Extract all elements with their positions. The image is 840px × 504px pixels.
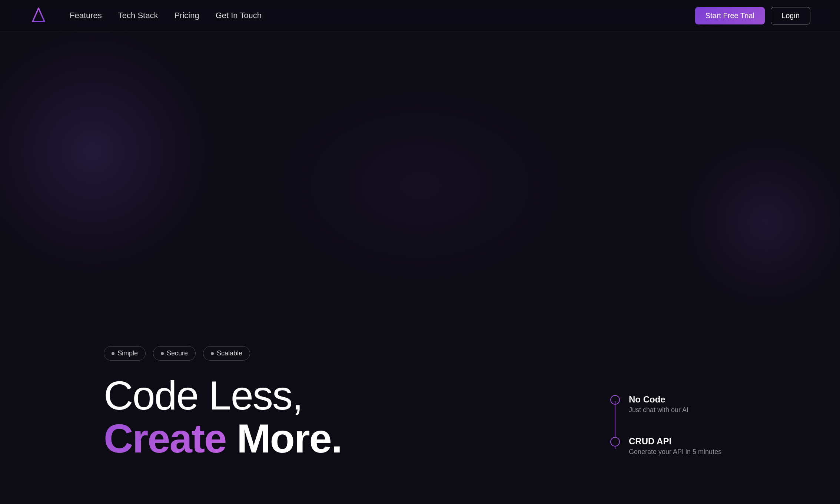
- hero-content: Simple Secure Scalable Code Less, Create…: [0, 346, 840, 460]
- badge-simple-label: Simple: [117, 349, 138, 357]
- hero-left: Simple Secure Scalable Code Less, Create…: [104, 346, 400, 460]
- nav-left: Features Tech Stack Pricing Get In Touch: [30, 7, 262, 24]
- timeline-desc-no-code: Just chat with our AI: [629, 406, 688, 414]
- badge-dot-scalable: [211, 352, 214, 355]
- timeline-title-no-code: No Code: [629, 394, 688, 405]
- timeline: No Code Just chat with our AI CRUD API G…: [610, 394, 721, 456]
- timeline-item-crud: CRUD API Generate your API in 5 minutes: [610, 436, 721, 456]
- timeline-item-no-code: No Code Just chat with our AI: [610, 394, 688, 414]
- badge-secure-label: Secure: [167, 349, 188, 357]
- badge-scalable-label: Scalable: [217, 349, 242, 357]
- nav-link-features[interactable]: Features: [70, 11, 102, 20]
- badge-secure: Secure: [153, 346, 196, 361]
- start-free-trial-button[interactable]: Start Free Trial: [695, 7, 765, 24]
- timeline-desc-crud: Generate your API in 5 minutes: [629, 448, 721, 456]
- hero-title-create: Create: [104, 415, 226, 461]
- nav-right: Start Free Trial Login: [695, 7, 810, 24]
- badge-dot-simple: [112, 352, 114, 355]
- login-button[interactable]: Login: [771, 7, 810, 24]
- logo[interactable]: [30, 7, 47, 24]
- timeline-text-crud: CRUD API Generate your API in 5 minutes: [629, 436, 721, 456]
- logo-icon: [30, 7, 47, 24]
- hero-title-more: More.: [226, 415, 342, 461]
- timeline-dot-crud: [610, 437, 620, 447]
- timeline-text-no-code: No Code Just chat with our AI: [629, 394, 688, 414]
- badge-dot-secure: [161, 352, 164, 355]
- hero-title-line1: Code Less,: [104, 374, 400, 417]
- badge-simple: Simple: [104, 346, 146, 361]
- nav-link-tech-stack[interactable]: Tech Stack: [118, 11, 158, 20]
- hero-title-line2: Create More.: [104, 417, 400, 460]
- nav-link-pricing[interactable]: Pricing: [174, 11, 199, 20]
- svg-marker-0: [33, 8, 44, 21]
- hero-section: Simple Secure Scalable Code Less, Create…: [0, 32, 840, 504]
- navbar: Features Tech Stack Pricing Get In Touch…: [0, 0, 840, 32]
- nav-links: Features Tech Stack Pricing Get In Touch: [70, 11, 262, 20]
- badge-scalable: Scalable: [203, 346, 250, 361]
- nav-link-contact[interactable]: Get In Touch: [216, 11, 262, 20]
- timeline-dot-no-code: [610, 395, 620, 405]
- hero-badges: Simple Secure Scalable: [104, 346, 400, 361]
- timeline-title-crud: CRUD API: [629, 436, 721, 447]
- hero-right: No Code Just chat with our AI CRUD API G…: [610, 394, 736, 460]
